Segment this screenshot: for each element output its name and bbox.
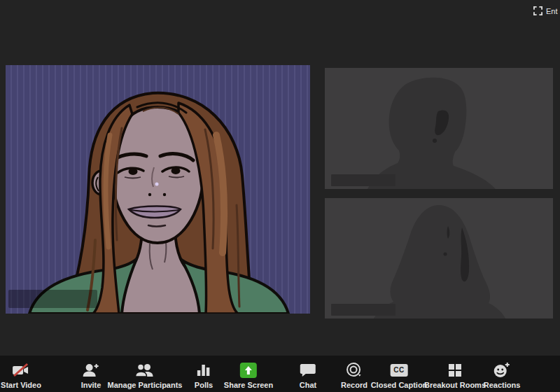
button-label: Breakout Rooms [424,381,486,389]
chat-button[interactable]: Chat [300,362,316,389]
share-screen-button[interactable]: Share Screen [224,362,273,389]
record-button[interactable]: Record [341,362,368,389]
button-label: Start Video [1,381,41,389]
meeting-window: Ent [0,0,560,392]
main-video-name-label [8,290,97,308]
participant-silhouette [325,198,553,318]
breakout-rooms-button[interactable]: Breakout Rooms [424,362,486,389]
button-label: Record [341,381,368,389]
invite-button[interactable]: Invite [81,362,102,389]
thumbnail-name-label [331,304,396,316]
thumbnail-name-label [331,174,396,186]
fullscreen-label: Ent [546,7,558,15]
person-add-icon [82,362,100,379]
video-camera-off-icon [10,362,31,379]
participants-icon [135,362,155,379]
share-screen-arrow-icon [239,362,258,379]
meeting-toolbar: Start Video Invite Manage [0,356,560,392]
reactions-button[interactable]: Reactions [484,362,521,389]
participant-silhouette [325,68,553,189]
button-label: Closed Caption [371,381,428,389]
start-video-button[interactable]: Start Video [1,362,41,389]
main-video-tile[interactable] [6,65,310,314]
closed-caption-icon: CC [390,362,407,379]
button-label: Share Screen [224,381,273,389]
participant-thumbnail-1[interactable] [325,68,553,189]
smiley-plus-icon [493,362,511,379]
breakout-grid-icon [447,362,463,379]
fullscreen-expand-icon [533,6,542,15]
polls-button[interactable]: Polls [195,362,213,389]
manage-participants-button[interactable]: Manage Participants [108,362,183,389]
record-circle-icon [345,362,363,379]
button-label: Manage Participants [108,381,183,389]
participant-thumbnail-2[interactable] [325,198,553,318]
bar-chart-icon [196,362,211,379]
chat-bubble-icon [300,362,316,379]
button-label: Reactions [484,381,521,389]
closed-caption-button[interactable]: CC Closed Caption [371,362,428,389]
woman-illustration [6,65,310,314]
button-label: Polls [195,381,213,389]
enter-fullscreen-button[interactable]: Ent [533,6,558,15]
button-label: Invite [81,381,102,389]
button-label: Chat [300,381,316,389]
